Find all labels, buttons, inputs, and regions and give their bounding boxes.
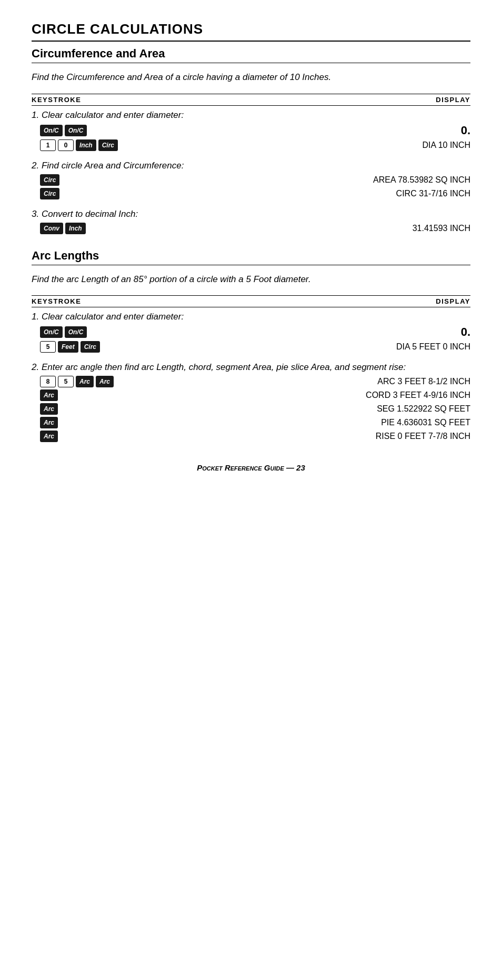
display-big: 10: [438, 141, 448, 149]
key-0: 0: [58, 139, 74, 151]
key-arc: Arc: [96, 376, 114, 387]
step-3: 3. Convert to decimal Inch:ConvInch31.41…: [32, 209, 470, 234]
page-footer: Pocket Reference Guide — 23: [32, 463, 470, 472]
col-keystroke: Keystroke: [32, 96, 81, 104]
display-big: 4.636031: [397, 418, 432, 427]
key-5: 5: [58, 376, 74, 387]
display-big: 1.522922: [397, 404, 432, 413]
display-value: 31.41593 INCH: [413, 224, 470, 233]
step-row-2-5: ArcRISE 0 FEET 7-7/8 INCH: [32, 431, 470, 442]
display-label: CIRC: [396, 189, 419, 198]
step-row-2-2: CircCIRC 31-7/16 INCH: [32, 188, 470, 199]
step-row-1-2: 10InchCircDIA 10 INCH: [32, 139, 470, 151]
step-2: 2. Find circle Area and Circumference:Ci…: [32, 161, 470, 199]
step-row-2-1: CircAREA 78.53982 SQ INCH: [32, 174, 470, 186]
keys-group: On/COn/C: [40, 125, 87, 136]
display-value: CORD 3 FEET 4-9/16 INCH: [366, 391, 470, 400]
intro-text-circumference-area: Find the Circumference and Area of a cir…: [32, 71, 470, 84]
display-unit: INCH: [447, 224, 470, 233]
key-5: 5: [40, 341, 56, 353]
col-keystroke: Keystroke: [32, 297, 81, 305]
display-label: CORD: [366, 391, 393, 399]
keys-group: 85ArcArc: [40, 376, 114, 387]
keys-group: Arc: [40, 403, 58, 415]
step-row-3-1: ConvInch31.41593 INCH: [32, 223, 470, 234]
key-arc: Arc: [40, 403, 58, 415]
display-unit: SQ FEET: [432, 418, 470, 427]
display-unit: INCH: [447, 189, 470, 198]
display-big: 3 FEET 8-1/2: [398, 377, 448, 386]
table-header-circumference-area: KeystrokeDisplay: [32, 94, 470, 106]
step-2: 2. Enter arc angle then find arc Length,…: [32, 362, 470, 442]
display-label: DIA: [422, 141, 438, 149]
step-row-2-1: 85ArcArcARC 3 FEET 8-1/2 INCH: [32, 376, 470, 387]
step-row-1-2: 5FeetCircDIA 5 FEET 0 INCH: [32, 341, 470, 353]
key-inch: Inch: [65, 223, 86, 234]
step-row-2-4: ArcPIE 4.636031 SQ FEET: [32, 417, 470, 428]
step-row-2-2: ArcCORD 3 FEET 4-9/16 INCH: [32, 389, 470, 401]
key-inch: Inch: [76, 139, 96, 151]
display-unit: INCH: [447, 377, 470, 386]
keys-group: Circ: [40, 188, 59, 199]
key-circ: Circ: [81, 341, 100, 353]
key-arc: Arc: [40, 431, 58, 442]
section-arc-lengths: Arc LengthsFind the arc Length of an 85°…: [32, 249, 470, 443]
display-unit: FEET 0 INCH: [417, 342, 470, 351]
key-8: 8: [40, 376, 56, 387]
display-value: CIRC 31-7/16 INCH: [396, 189, 470, 198]
key-1: 1: [40, 139, 56, 151]
col-display: Display: [436, 96, 470, 104]
key-circ: Circ: [98, 139, 118, 151]
key-arc: Arc: [40, 417, 58, 428]
keys-group: Arc: [40, 389, 58, 401]
section-circumference-area: Circumference and AreaFind the Circumfer…: [32, 47, 470, 234]
display-label: ARC: [377, 377, 397, 386]
display-value: DIA 5 FEET 0 INCH: [396, 342, 470, 352]
key-on-c: On/C: [65, 326, 87, 338]
display-value: DIA 10 INCH: [422, 141, 470, 150]
display-value: ARC 3 FEET 8-1/2 INCH: [377, 377, 470, 386]
display-zero: 0.: [461, 124, 470, 137]
keys-group: Circ: [40, 174, 59, 186]
key-arc: Arc: [76, 376, 94, 387]
display-big: 5: [412, 342, 417, 351]
display-value: PIE 4.636031 SQ FEET: [381, 418, 470, 427]
step-row-1-1: On/COn/C0.: [32, 124, 470, 137]
section-title-circumference-area: Circumference and Area: [32, 47, 470, 63]
step-label-1: 1. Clear calculator and enter diameter:: [32, 312, 470, 322]
key-circ: Circ: [40, 188, 59, 199]
step-row-2-3: ArcSEG 1.522922 SQ FEET: [32, 403, 470, 415]
step-label-2: 2. Find circle Area and Circumference:: [32, 161, 470, 171]
section-title-arc-lengths: Arc Lengths: [32, 249, 470, 265]
display-unit: SQ FEET: [432, 404, 470, 413]
keys-group: ConvInch: [40, 223, 86, 234]
step-row-1-1: On/COn/C0.: [32, 325, 470, 339]
key-on-c: On/C: [40, 326, 63, 338]
step-label-2: 2. Enter arc angle then find arc Length,…: [32, 362, 470, 373]
intro-text-arc-lengths: Find the arc Length of an 85° portion of…: [32, 273, 470, 286]
step-label-3: 3. Convert to decimal Inch:: [32, 209, 470, 219]
display-label: AREA: [373, 175, 398, 184]
step-1: 1. Clear calculator and enter diameter:O…: [32, 312, 470, 353]
key-conv: Conv: [40, 223, 63, 234]
display-label: PIE: [381, 418, 397, 427]
table-header-arc-lengths: KeystrokeDisplay: [32, 295, 470, 307]
display-label: SEG: [377, 404, 397, 413]
display-big: 78.53982: [398, 175, 433, 184]
keys-group: Arc: [40, 417, 58, 428]
key-feet: Feet: [58, 341, 78, 353]
display-value: 0.: [461, 325, 470, 339]
keys-group: On/COn/C: [40, 326, 87, 338]
display-label: DIA: [396, 342, 412, 351]
display-unit: INCH: [447, 141, 470, 149]
display-big: 31-7/16: [419, 189, 447, 198]
key-arc: Arc: [40, 389, 58, 401]
display-label: RISE: [376, 432, 398, 441]
key-on-c: On/C: [65, 125, 87, 136]
keys-group: 10InchCirc: [40, 139, 118, 151]
display-unit: INCH: [447, 432, 470, 441]
key-circ: Circ: [40, 174, 59, 186]
display-value: 0.: [461, 124, 470, 137]
display-value: AREA 78.53982 SQ INCH: [373, 175, 470, 185]
keys-group: 5FeetCirc: [40, 341, 100, 353]
